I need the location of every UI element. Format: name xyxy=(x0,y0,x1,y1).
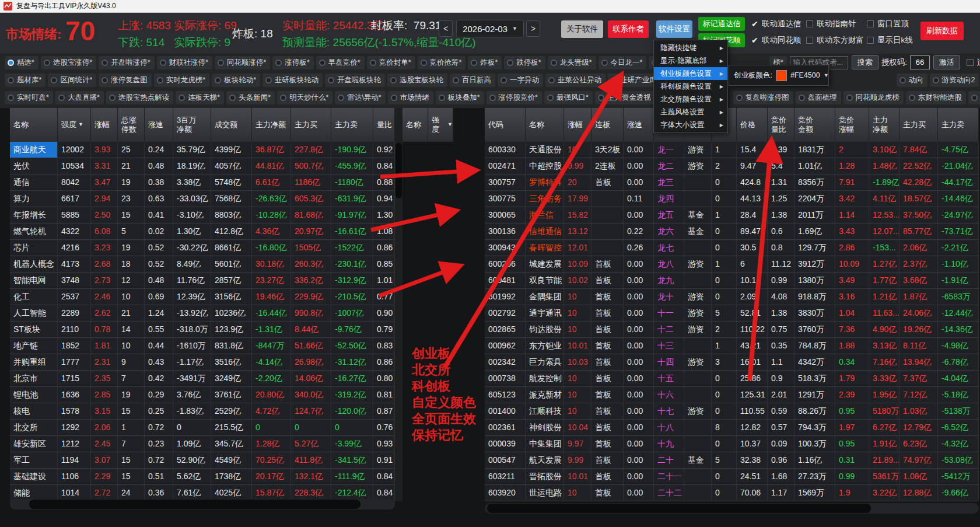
column-header[interactable]: 涨幅 xyxy=(564,108,592,142)
tab-韭研板块轮动[interactable]: 韭研板块轮动 xyxy=(262,74,323,87)
tab-最强风口*[interactable]: 最强风口* xyxy=(544,91,593,104)
horizontal-scrollbar-left[interactable] xyxy=(10,499,395,509)
table-row[interactable]: 300065海兰信15.820.00龙五基金128.41.382011万1.14… xyxy=(485,207,979,224)
column-header[interactable]: 主力卖 xyxy=(938,108,979,142)
column-header[interactable]: 涨速 xyxy=(624,108,654,142)
table-row[interactable]: 化工25372.46100.6912.39亿3156亿19.46亿229.9亿-… xyxy=(10,289,395,305)
tab-竞价抢筹*[interactable]: 竞价抢筹* xyxy=(418,56,466,69)
tab-实时龙虎榜*[interactable]: 实时龙虎榜* xyxy=(154,74,209,87)
column-header[interactable]: 竞价 量比 xyxy=(768,108,794,142)
tab-财联社涨停*[interactable]: 财联社涨停* xyxy=(157,56,212,69)
column-header[interactable]: 竞价 金额 xyxy=(794,108,835,142)
table-row[interactable]: 002471中超控股9.992连板0.00龙二游资29.475.41.01亿1.… xyxy=(485,158,979,174)
table-row[interactable]: 地产链18521.81100.44-1610万831.8亿-8447万51.66… xyxy=(10,338,395,354)
column-header[interactable]: 涨速 xyxy=(145,108,173,142)
table-row[interactable]: 机器人概念41732.68180.528.49亿5601亿30.18亿260.3… xyxy=(10,256,395,273)
column-header[interactable]: 3百万 净额 xyxy=(173,108,211,142)
table-row[interactable]: 锂电池16362.85190.293.76亿3761亿20.80亿340.0亿-… xyxy=(10,387,395,403)
table-row[interactable]: 300757罗博特科20首板0.00龙三0424.81.318356万7.91-… xyxy=(485,174,979,191)
tab-今日龙一*[interactable]: 今日龙一* xyxy=(598,56,647,69)
table-row[interactable]: 雄安新区12122.4570.231.09亿345.7亿1.28亿5.27亿-3… xyxy=(10,436,395,452)
table-row[interactable]: 300943春晖智控12.010.26龙七030.50.8129.7万2.86-… xyxy=(485,240,979,256)
checkbox-显示日k线[interactable]: 显示日k线 xyxy=(867,35,913,46)
tab-东财智能选股[interactable]: 东财智能选股 xyxy=(906,91,966,104)
table-row[interactable]: 并购重组17772.3190.43-1.17亿3516亿-4.14亿26.98亿… xyxy=(10,354,395,371)
filter-st-checkbox[interactable]: 过滤ST xyxy=(967,57,980,68)
menu-item-字体大小设置[interactable]: 字体大小设置▶ xyxy=(654,118,727,131)
tab-雷达\异动*[interactable]: 雷达\异动* xyxy=(335,91,385,104)
column-header[interactable]: 代码 xyxy=(485,108,526,142)
tab-韭菜公社异动[interactable]: 韭菜公社异动 xyxy=(545,74,606,87)
auth-code-value[interactable]: 66 xyxy=(910,55,930,69)
table-row[interactable]: 光伏105343.31210.4818.19亿4057亿44.81亿500.7亿… xyxy=(10,158,395,174)
menu-item-科创板颜色设置[interactable]: 科创板颜色设置▶ xyxy=(654,80,727,93)
next-day-button[interactable]: > xyxy=(526,20,540,37)
date-picker[interactable]: 2026-02-03▼ xyxy=(456,20,524,37)
table-row[interactable]: 000738航发控制10首板0.00十五025.860.9518.3万1.793… xyxy=(485,371,979,387)
table-row[interactable]: 000962东方钽业10.01首板0.00十三143.210.35784.8万1… xyxy=(485,338,979,354)
tab-同花顺龙虎榜[interactable]: 同花顺龙虎榜 xyxy=(844,91,904,104)
mark-tdx-button[interactable]: 标记通达信 xyxy=(698,17,745,31)
table-row[interactable]: 核电15783.15150.25-1.83亿2529亿4.72亿124.7亿-1… xyxy=(10,403,395,420)
column-header[interactable]: 价格 xyxy=(737,108,768,142)
menu-item-隐藏快捷键[interactable]: 隐藏快捷键▶ xyxy=(654,41,727,54)
table-row[interactable]: 605123派克新材10首板0.00十六0125.312.011291万2.39… xyxy=(485,387,979,403)
column-header[interactable]: 量比 xyxy=(373,108,395,142)
tab-同[interactable]: 同 xyxy=(968,91,980,104)
table-row[interactable]: 001400江顺科技10首板0.00十七游资0110.550.5988.26万0… xyxy=(485,403,979,420)
checkbox-联动同花顺[interactable]: ✔联动同花顺 xyxy=(751,35,801,46)
contact-author-button[interactable]: 联系作者 xyxy=(608,20,649,38)
column-header[interactable]: 主力买 xyxy=(291,108,331,142)
table-row[interactable]: 600330天通股份103天2板0.00龙一游资115.40.391831万23… xyxy=(485,142,979,158)
menu-item-创业板颜色设置[interactable]: 创业板颜色设置▶ xyxy=(654,67,727,80)
table-row[interactable]: 智能电网37482.73120.4811.76亿2857亿23.27亿336.2… xyxy=(10,273,395,289)
table-row[interactable]: 通信80423.47190.383.38亿5748亿6.61亿1186亿-118… xyxy=(10,174,395,191)
menu-item-显示-隐藏底部[interactable]: 显示-隐藏底部▶ xyxy=(654,54,727,67)
table-row[interactable]: 000547航天发展9.99首板0.00二十基金532.380.961.16亿0… xyxy=(485,452,979,469)
column-header[interactable]: 连板 xyxy=(592,108,624,142)
tab-龙头晋级*[interactable]: 龙头晋级* xyxy=(548,56,596,69)
tab-精选*[interactable]: 精选* xyxy=(5,56,38,69)
table-row[interactable]: 北交所12922.0610.720215.5亿0000.76 xyxy=(10,420,395,436)
tab-竞价封单*[interactable]: 竞价封单* xyxy=(367,56,415,69)
table-row[interactable]: 002865钧达股份10首板0.00十二游资2110.220.753760万7.… xyxy=(485,322,979,338)
table-row[interactable]: 基础建设11062.29150.515.62亿1738亿20.17亿132.1亿… xyxy=(10,469,395,485)
tab-板块轮动*[interactable]: 板块轮动* xyxy=(212,74,260,87)
table-row[interactable]: 北京市17152.3570.42-3491万3249亿-2.20亿14.06亿-… xyxy=(10,371,395,387)
tab-复盘啦涨停图[interactable]: 复盘啦涨停图 xyxy=(733,91,793,104)
tab-区间统计*[interactable]: 区间统计* xyxy=(48,74,96,87)
table-row[interactable]: 601992金隅集团10首板0.00龙十游资02.094.08918.8万3.1… xyxy=(485,289,979,305)
checkbox-联动指南针[interactable]: 联动指南针 xyxy=(806,19,856,29)
tab-选股宝热点解读[interactable]: 选股宝热点解读 xyxy=(106,91,174,104)
tab-题材库*[interactable]: 题材库* xyxy=(5,74,46,87)
scrollbar-thumb[interactable] xyxy=(29,500,360,509)
prev-day-button[interactable]: < xyxy=(439,20,453,37)
column-header[interactable]: 竞价 涨幅 xyxy=(835,108,869,142)
column-header[interactable]: 名称 xyxy=(402,108,428,142)
tab-同花顺涨停*[interactable]: 同花顺涨停* xyxy=(215,56,270,69)
tab-开盘啦涨停*[interactable]: 开盘啦涨停* xyxy=(99,56,154,69)
tab-连板天梯*[interactable]: 连板天梯* xyxy=(176,91,224,104)
column-header[interactable]: 总涨 停数 xyxy=(118,108,145,142)
table-row[interactable]: 年报增长58852.50150.41-3.10亿8803亿-10.28亿81.6… xyxy=(10,207,395,224)
tab-一字异动[interactable]: 一字异动 xyxy=(498,74,543,87)
column-header[interactable]: 强度▼ xyxy=(428,108,453,142)
table-row[interactable]: ST板块21100.78140.55-318.0万123.9亿-1.31亿8.4… xyxy=(10,322,395,338)
scrollbar-thumb[interactable] xyxy=(396,143,402,198)
table-row[interactable]: 芯片42163.23190.52-30.22亿8661亿-16.80亿1505亿… xyxy=(10,240,395,256)
table-row[interactable]: 300136信维通信13.120.22龙六基金089.470.61.69亿3.4… xyxy=(485,224,979,240)
checkbox-联动东方财富[interactable]: 联动东方财富 xyxy=(806,35,864,46)
column-header[interactable]: 主力买 xyxy=(900,108,938,142)
column-header[interactable]: 强度▼ xyxy=(58,108,91,142)
tab-盘面梳理[interactable]: 盘面梳理 xyxy=(796,91,841,104)
tab-动向[interactable]: 动向 xyxy=(897,74,928,87)
table-row[interactable]: 603211晋拓股份10.01首板0.00二十一024.511.6827.23万… xyxy=(485,469,979,485)
search-button[interactable]: 搜索 xyxy=(852,55,878,69)
tab-头条新闻*[interactable]: 头条新闻* xyxy=(226,91,275,104)
table-row[interactable]: 002792通宇通讯10首板0.00十一游资552.811.383830万1.0… xyxy=(485,305,979,322)
color-swatch[interactable] xyxy=(776,70,787,81)
tab-涨停股竞价*[interactable]: 涨停股竞价* xyxy=(487,91,542,104)
scrollbar-thumb[interactable] xyxy=(487,504,871,513)
table-row[interactable]: 算力66172.94230.63-33.03亿7568亿-26.63亿605.3… xyxy=(10,191,395,207)
tab-大盘直播*[interactable]: 大盘直播* xyxy=(55,91,104,104)
